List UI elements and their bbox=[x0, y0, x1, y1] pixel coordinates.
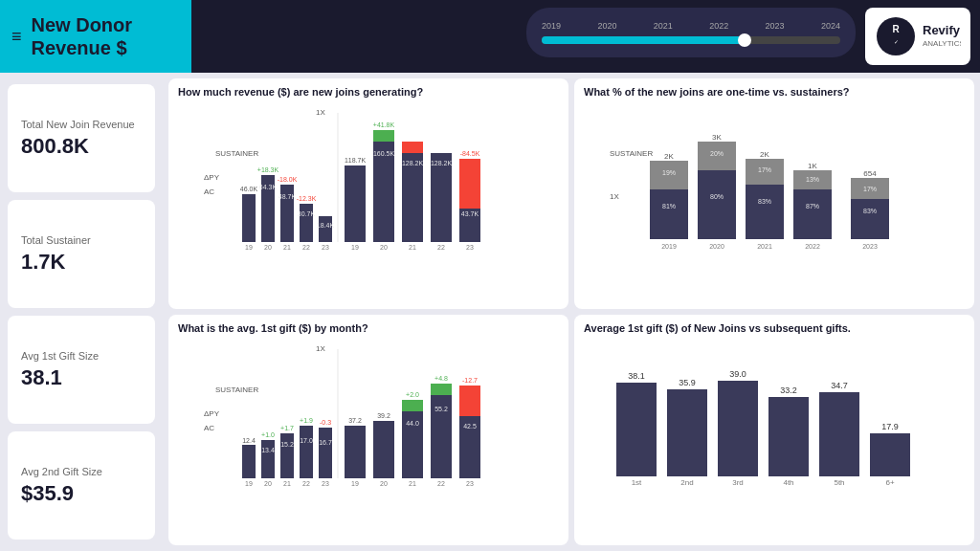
svg-text:128.2K: 128.2K bbox=[431, 160, 453, 166]
year-2021: 2021 bbox=[654, 21, 673, 31]
svg-text:33.2: 33.2 bbox=[780, 386, 797, 395]
svg-text:21: 21 bbox=[283, 244, 291, 251]
chart2-svg: SUSTAINER 1X 2K 19% 81% 2019 3K 20% 80% … bbox=[584, 103, 965, 256]
svg-text:2K: 2K bbox=[664, 152, 674, 161]
svg-text:2021: 2021 bbox=[757, 243, 772, 250]
svg-text:-0.3: -0.3 bbox=[320, 419, 331, 426]
svg-text:13.4: 13.4 bbox=[261, 447, 275, 453]
chart1-svg: 1X SUSTAINER ΔPY AC 46.0K 19 +18.3K 20 6… bbox=[178, 103, 559, 256]
svg-rect-50 bbox=[650, 189, 688, 239]
svg-text:20: 20 bbox=[380, 480, 388, 487]
svg-text:19: 19 bbox=[245, 244, 253, 251]
svg-text:64.3K: 64.3K bbox=[259, 184, 278, 190]
year-2020: 2020 bbox=[597, 21, 616, 31]
svg-text:6+: 6+ bbox=[885, 478, 894, 487]
page-title: New Donor Revenue $ bbox=[32, 13, 133, 59]
svg-text:38.1: 38.1 bbox=[628, 371, 645, 381]
svg-text:2019: 2019 bbox=[661, 243, 677, 250]
logo: R ✓ Revify ANALYTICS bbox=[865, 8, 970, 65]
svg-rect-56 bbox=[698, 170, 736, 239]
svg-text:23: 23 bbox=[322, 244, 329, 251]
svg-text:-18.0K: -18.0K bbox=[278, 176, 298, 183]
svg-text:R: R bbox=[892, 24, 900, 34]
svg-rect-137 bbox=[819, 392, 859, 476]
svg-point-0 bbox=[877, 17, 915, 55]
svg-rect-95 bbox=[300, 426, 313, 478]
svg-text:✓: ✓ bbox=[894, 39, 899, 45]
menu-icon[interactable]: ≡ bbox=[11, 27, 22, 47]
kpi-total-revenue: Total New Join Revenue 800.8K bbox=[8, 84, 155, 192]
svg-text:20: 20 bbox=[264, 480, 272, 487]
svg-text:2K: 2K bbox=[760, 150, 769, 159]
chart-pct-sustainer: What % of the new joins are one-time vs.… bbox=[574, 78, 974, 309]
svg-text:83%: 83% bbox=[758, 198, 771, 205]
svg-rect-28 bbox=[345, 165, 366, 242]
charts-grid: How much revenue ($) are new joins gener… bbox=[163, 73, 980, 551]
svg-text:37.2: 37.2 bbox=[348, 417, 362, 424]
svg-text:12.4: 12.4 bbox=[242, 437, 256, 444]
main-content: Total New Join Revenue 800.8K Total Sust… bbox=[0, 73, 980, 551]
svg-text:55.2: 55.2 bbox=[434, 406, 448, 412]
svg-text:160.5K: 160.5K bbox=[373, 150, 395, 157]
svg-rect-134 bbox=[768, 397, 809, 476]
svg-rect-128 bbox=[667, 389, 707, 476]
chart4-svg: 38.1 1st 35.9 2nd 39.0 3rd 33.2 4th 34.7… bbox=[584, 340, 965, 493]
svg-text:1X: 1X bbox=[316, 344, 325, 353]
year-2024: 2024 bbox=[821, 21, 840, 31]
svg-text:23: 23 bbox=[466, 244, 474, 251]
svg-text:23: 23 bbox=[466, 480, 474, 487]
svg-text:AC: AC bbox=[204, 424, 214, 432]
kpi-avg-2nd-gift: Avg 2nd Gift Size $35.9 bbox=[8, 431, 155, 540]
svg-rect-74 bbox=[851, 199, 889, 239]
svg-text:2023: 2023 bbox=[862, 243, 878, 250]
chart2-title: What % of the new joins are one-time vs.… bbox=[584, 86, 965, 98]
svg-rect-140 bbox=[870, 433, 910, 476]
svg-text:+1.7: +1.7 bbox=[280, 425, 294, 431]
timeline-bar[interactable]: 2019 2020 2021 2022 2023 2024 bbox=[526, 8, 856, 57]
kpi-total-sustainer: Total Sustainer 1.7K bbox=[8, 200, 155, 308]
svg-rect-24 bbox=[319, 216, 332, 242]
svg-text:81%: 81% bbox=[662, 203, 676, 209]
svg-text:1K: 1K bbox=[808, 162, 817, 170]
svg-rect-125 bbox=[616, 383, 657, 476]
svg-text:42.5: 42.5 bbox=[463, 423, 477, 430]
svg-text:39.2: 39.2 bbox=[377, 412, 390, 419]
svg-text:83%: 83% bbox=[863, 208, 877, 214]
svg-rect-99 bbox=[319, 428, 332, 478]
svg-rect-62 bbox=[746, 185, 784, 239]
chart3-title: What is the avg. 1st gift ($) by month? bbox=[178, 322, 559, 334]
svg-rect-20 bbox=[300, 204, 313, 242]
svg-text:SUSTAINER: SUSTAINER bbox=[215, 386, 258, 394]
svg-text:87%: 87% bbox=[806, 203, 819, 209]
svg-text:+1.0: +1.0 bbox=[261, 431, 275, 438]
svg-text:Revify: Revify bbox=[923, 23, 961, 37]
svg-rect-121 bbox=[459, 386, 480, 416]
sidebar-kpis: Total New Join Revenue 800.8K Total Sust… bbox=[0, 73, 163, 551]
chart-subsequent-gifts: Average 1st gift ($) of New Joins vs sub… bbox=[574, 315, 974, 545]
svg-text:-84.5K: -84.5K bbox=[460, 150, 480, 157]
svg-text:ΔPY: ΔPY bbox=[204, 173, 220, 182]
svg-text:5th: 5th bbox=[834, 478, 844, 487]
header: ≡ New Donor Revenue $ bbox=[0, 0, 191, 73]
svg-rect-68 bbox=[793, 189, 832, 239]
svg-text:39.0: 39.0 bbox=[729, 369, 746, 379]
svg-rect-32 bbox=[373, 130, 394, 142]
svg-text:19: 19 bbox=[351, 244, 359, 251]
svg-text:1X: 1X bbox=[316, 108, 325, 117]
svg-text:2022: 2022 bbox=[805, 243, 820, 250]
svg-text:-12.3K: -12.3K bbox=[297, 195, 317, 202]
svg-text:+2.0: +2.0 bbox=[406, 391, 419, 398]
svg-text:13%: 13% bbox=[806, 176, 819, 183]
svg-text:+41.8K: +41.8K bbox=[373, 121, 395, 128]
svg-rect-107 bbox=[373, 421, 394, 478]
svg-rect-37 bbox=[402, 142, 423, 153]
svg-text:-12.7: -12.7 bbox=[462, 377, 478, 384]
svg-rect-104 bbox=[345, 426, 366, 478]
svg-text:SUSTAINER: SUSTAINER bbox=[610, 149, 653, 158]
svg-text:17%: 17% bbox=[863, 186, 877, 192]
svg-text:ANALYTICS: ANALYTICS bbox=[923, 39, 961, 48]
chart3-svg: 1X SUSTAINER ΔPY AC 12.4 19 +1.0 13.4 20… bbox=[178, 340, 559, 493]
svg-text:22: 22 bbox=[437, 480, 445, 487]
svg-text:128.2K: 128.2K bbox=[402, 160, 424, 166]
svg-rect-87 bbox=[261, 440, 275, 478]
